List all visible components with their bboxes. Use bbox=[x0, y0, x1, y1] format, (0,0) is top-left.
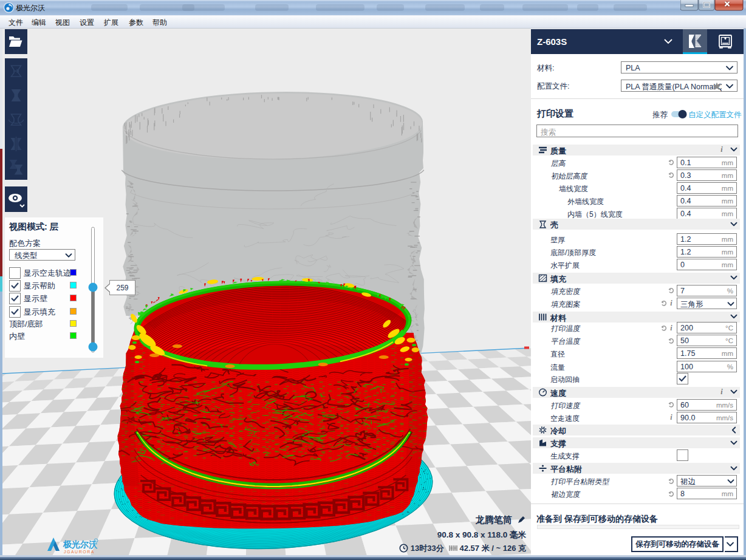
svg-text:JGAURORA: JGAURORA bbox=[64, 550, 95, 554]
svg-text:极光尔沃: 极光尔沃 bbox=[63, 539, 98, 550]
svg-text:i: i bbox=[670, 413, 672, 422]
svg-text:i: i bbox=[720, 388, 723, 396]
svg-text:i: i bbox=[670, 299, 672, 307]
svg-text:i: i bbox=[720, 145, 723, 154]
svg-text:i: i bbox=[670, 324, 672, 332]
